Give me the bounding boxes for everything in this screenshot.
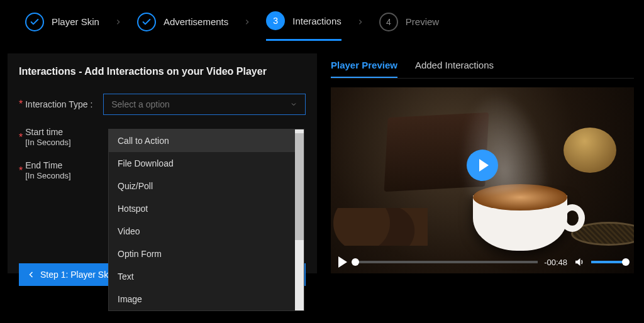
- interaction-type-select[interactable]: Select a option: [103, 94, 306, 115]
- dropdown-option[interactable]: Quiz/Poll: [109, 175, 295, 197]
- select-placeholder: Select a option: [111, 99, 170, 109]
- step-label: Player Skin: [52, 16, 99, 27]
- dropdown-option[interactable]: Optin Form: [109, 243, 295, 265]
- video-controls: -00:48: [331, 251, 634, 273]
- step-label: Interactions: [292, 16, 341, 26]
- preview-tabs: Player Preview Added Interactions: [331, 53, 634, 79]
- dropdown-option[interactable]: Video: [109, 220, 295, 243]
- start-time-label: Start time [In Seconds]: [25, 126, 103, 148]
- dropdown-option[interactable]: Text: [109, 265, 295, 288]
- tab-added-interactions[interactable]: Added Interactions: [415, 53, 494, 78]
- play-button[interactable]: [467, 150, 498, 181]
- panel-title: Interactions - Add Interactions on your …: [19, 66, 306, 77]
- chevron-right-icon: [99, 19, 137, 34]
- volume-slider[interactable]: [591, 261, 626, 263]
- required-icon: *: [19, 132, 23, 143]
- step-advertisements[interactable]: Advertisements: [137, 13, 228, 40]
- step-number-icon: 4: [379, 13, 398, 31]
- scroll-thumb[interactable]: [295, 133, 304, 240]
- dropdown-option[interactable]: Hotspot: [109, 197, 295, 220]
- chevron-left-icon: [28, 271, 35, 278]
- scrollbar[interactable]: [295, 129, 304, 310]
- dropdown-option[interactable]: File Download: [109, 152, 295, 175]
- check-icon: [137, 13, 156, 31]
- step-preview[interactable]: 4 Preview: [379, 13, 439, 40]
- step-player-skin[interactable]: Player Skin: [25, 13, 99, 40]
- decor-steam: [450, 87, 552, 197]
- step-number-icon: 3: [266, 11, 285, 30]
- dropdown-option[interactable]: Call to Action: [109, 129, 295, 152]
- wizard-stepper: Player Skin Advertisements 3 Interaction…: [0, 0, 644, 41]
- end-time-label: End Time [In Seconds]: [25, 160, 103, 182]
- tab-player-preview[interactable]: Player Preview: [331, 53, 397, 78]
- dropdown-option[interactable]: Image: [109, 288, 295, 310]
- step-interactions[interactable]: 3 Interactions: [266, 11, 341, 41]
- decor-bun: [564, 128, 616, 173]
- progress-bar[interactable]: [353, 261, 538, 263]
- interaction-type-dropdown: Call to Action File Download Quiz/Poll H…: [108, 129, 304, 311]
- decor-beans: [333, 208, 428, 246]
- preview-panel: Player Preview Added Interactions -00:48: [328, 53, 636, 273]
- volume-icon[interactable]: [574, 256, 585, 268]
- video-preview: -00:48: [331, 87, 634, 273]
- required-icon: *: [19, 165, 23, 177]
- check-icon: [25, 13, 44, 31]
- play-icon[interactable]: [338, 256, 347, 268]
- chevron-right-icon: [341, 19, 379, 34]
- interaction-type-label: Interaction Type :: [25, 99, 103, 109]
- required-icon: *: [19, 99, 23, 110]
- volume-knob[interactable]: [622, 258, 630, 266]
- decor-handle: [560, 204, 585, 232]
- chevron-down-icon: [290, 101, 297, 108]
- progress-knob[interactable]: [352, 258, 359, 266]
- step-label: Preview: [406, 16, 439, 27]
- time-remaining: -00:48: [544, 258, 567, 267]
- interactions-panel: Interactions - Add Interactions on your …: [8, 53, 317, 273]
- chevron-right-icon: [228, 19, 266, 34]
- step-label: Advertisements: [164, 16, 228, 27]
